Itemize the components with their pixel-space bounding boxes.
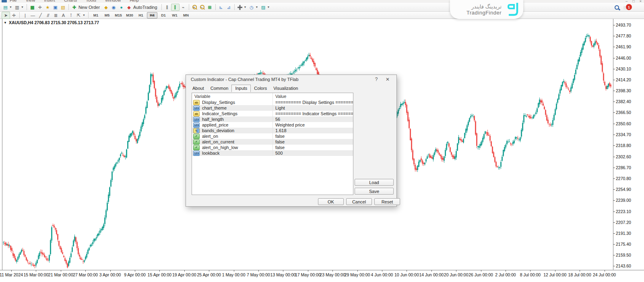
bar-chart-button[interactable]: ⫼ [163, 4, 171, 10]
menu-tools[interactable]: Tools [86, 0, 96, 2]
fibonacci-tool[interactable]: ≣ [52, 12, 60, 19]
variable-value[interactable]: ========== Indicator Settings ========== [272, 111, 353, 116]
ok-button[interactable]: OK [318, 198, 344, 205]
new-order-button-label[interactable]: New Order [78, 5, 100, 10]
timeframe-h4-button[interactable]: H4 [147, 12, 157, 19]
save-button[interactable]: Save [355, 188, 394, 195]
dialog-close-icon[interactable]: ✕ [382, 76, 393, 83]
symbol-ohlc-label[interactable]: ▼ XAUUSD,H4 2706.83 2715.30 2705.13 2713… [4, 20, 99, 25]
dialog-title-bar[interactable]: Custom Indicator - Cap Channel Trading M… [186, 75, 396, 84]
tab-colors[interactable]: Colors [251, 85, 270, 92]
periods-button[interactable]: ◷ [248, 4, 256, 10]
candlestick-chart-button[interactable]: ⫿ [171, 4, 180, 11]
menu-charts[interactable]: Charts [64, 0, 77, 2]
collapse-triangle-icon[interactable]: ▼ [4, 21, 7, 25]
autotrading-button-label[interactable]: AutoTrading [133, 5, 157, 10]
menu-view[interactable]: View [26, 0, 35, 2]
timeframe-m5-button[interactable]: M5 [102, 12, 112, 19]
menu-window[interactable]: Window [105, 0, 121, 2]
variable-value[interactable]: false [272, 133, 353, 139]
input-row-alert_on_current[interactable]: ✓alert_on_currentfalse [192, 139, 353, 145]
zoom-out-button[interactable]: − [198, 4, 206, 10]
templates-button[interactable]: ▨ [259, 4, 267, 10]
search-icon[interactable] [614, 5, 620, 11]
timeframe-m15-button[interactable]: M15 [113, 12, 124, 19]
input-row-chart_theme[interactable]: 123chart_themeLight [192, 105, 353, 111]
timeframe-mn-button[interactable]: MN [181, 12, 191, 19]
variable-value[interactable]: ========== Display Settings ========== [272, 100, 353, 105]
terminal-button[interactable]: ▣ [52, 4, 59, 10]
tab-inputs[interactable]: Inputs [231, 85, 251, 92]
profiles-button-caret-icon[interactable]: ▼ [21, 6, 24, 8]
timeframe-d1-button[interactable]: D1 [158, 12, 169, 19]
price-tick-label: 2143.60 [616, 263, 631, 268]
tile-windows-button[interactable]: ⊞ [206, 4, 214, 10]
new-chart-button[interactable]: ▤ [2, 4, 9, 10]
input-row-alert_on[interactable]: ✓alert_onfalse [192, 133, 353, 139]
community-button[interactable]: ● [118, 4, 125, 10]
indicators-button[interactable]: ➕ [236, 4, 244, 10]
timeframe-w1-button[interactable]: W1 [169, 12, 180, 19]
close-icon[interactable]: × [640, 0, 642, 3]
input-row-bands_deviation[interactable]: ½bands_deviation1.618 [192, 128, 353, 133]
tab-common[interactable]: Common [207, 85, 232, 92]
input-row-lookback[interactable]: 123lookback500 [192, 150, 353, 156]
horizontal-line-tool[interactable]: — [29, 12, 37, 19]
input-row-alert_on_high_low[interactable]: ✓alert_on_high_lowfalse [192, 145, 353, 150]
tab-visualization[interactable]: Visualization [270, 85, 301, 92]
vertical-line-tool[interactable]: | [21, 12, 29, 19]
new-order-button[interactable]: ✚ [70, 4, 78, 10]
timeframe-m1-button[interactable]: M1 [91, 12, 101, 19]
line-chart-button[interactable]: ⌁ [180, 4, 187, 10]
timeframe-m30-button[interactable]: M30 [124, 12, 135, 19]
variable-value[interactable]: false [272, 139, 353, 145]
inputs-table[interactable]: Variable Value abDisplay_Settings=======… [192, 93, 353, 195]
periods-button-caret-icon[interactable]: ▼ [256, 6, 258, 8]
shapes-tool[interactable]: ⇱ [75, 12, 83, 19]
input-row-Indicator_Settings[interactable]: abIndicator_Settings========== Indicator… [192, 111, 353, 116]
input-row-half_length[interactable]: 123half_length56 [192, 116, 353, 122]
arrange-vert-button[interactable]: ⊾ [217, 4, 225, 10]
minimize-icon[interactable]: – [625, 0, 627, 3]
menu-file[interactable]: File [10, 0, 17, 2]
trendline-tool[interactable]: ╱ [37, 12, 44, 19]
chart-shot-button[interactable]: ◉ [110, 4, 118, 10]
zoom-in-button[interactable]: + [191, 4, 198, 10]
variable-value[interactable]: 1.618 [272, 128, 353, 133]
data-window-button[interactable]: ✛ [36, 4, 44, 10]
navigator-button[interactable]: ★ [44, 4, 52, 10]
bool-type-icon: ✓ [193, 145, 200, 150]
cursor-tool[interactable]: ➤ [2, 12, 10, 19]
restore-icon[interactable]: □ [632, 0, 634, 3]
variable-value[interactable]: false [272, 145, 353, 150]
variable-value[interactable]: Light [272, 105, 353, 111]
crosshair-tool[interactable]: ✛ [10, 12, 18, 19]
text-tool[interactable]: A [60, 12, 67, 19]
tab-about[interactable]: About [189, 85, 207, 92]
new-chart-button-caret-icon[interactable]: ▼ [9, 6, 12, 8]
templates-button-caret-icon[interactable]: ▼ [267, 6, 270, 8]
window-controls[interactable]: –□× [625, 0, 642, 3]
shapes-tool-caret-icon[interactable]: ▼ [83, 14, 85, 17]
reset-button[interactable]: Reset [374, 198, 400, 205]
input-row-Display_Settings[interactable]: abDisplay_Settings========== Display Set… [192, 100, 353, 105]
timeframe-h1-button[interactable]: H1 [136, 12, 146, 19]
variable-value[interactable]: 56 [272, 116, 353, 122]
label-tool[interactable]: ⊺ [67, 12, 75, 19]
indicators-button-caret-icon[interactable]: ▼ [244, 6, 247, 8]
variable-value[interactable]: Weighted price [272, 122, 353, 128]
strategy-tester-button[interactable]: ▧ [59, 4, 67, 10]
market-watch-button[interactable]: ▦ [29, 4, 36, 10]
variable-value[interactable]: 500 [272, 150, 353, 156]
cancel-button[interactable]: Cancel [346, 198, 372, 205]
input-row-applied_price[interactable]: 123applied_priceWeighted price [192, 122, 353, 128]
autotrading-button[interactable]: ◆ [125, 4, 133, 10]
menu-help[interactable]: Help [130, 0, 139, 2]
dialog-help-button[interactable]: ? [371, 76, 382, 83]
load-button[interactable]: Load [355, 179, 394, 186]
menu-insert[interactable]: Insert [44, 0, 55, 2]
profiles-button[interactable]: ▥ [13, 4, 21, 10]
metaeditor-button[interactable]: ◆ [102, 4, 110, 10]
arrange-horz-button[interactable]: ⊿ [225, 4, 233, 10]
channel-tool[interactable]: ⫻ [44, 12, 52, 19]
